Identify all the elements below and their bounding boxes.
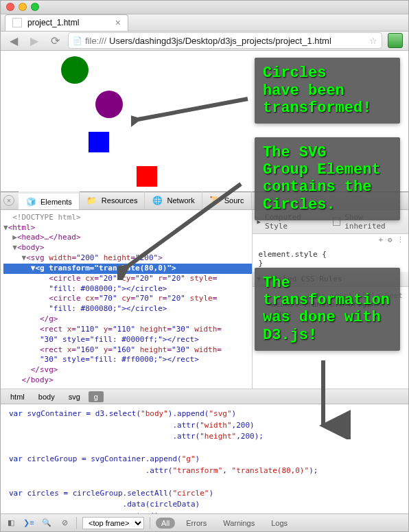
tab-close-button[interactable]: × bbox=[115, 17, 121, 28]
url-path: Users/dashingd3js/Desktop/d3js_projects/… bbox=[109, 36, 331, 46]
dom-line[interactable]: "fill: #008000;"></circle> bbox=[3, 284, 252, 294]
window-close-button[interactable] bbox=[6, 3, 14, 11]
folder-icon: 📁 bbox=[86, 195, 97, 206]
clear-button[interactable]: ⊘ bbox=[58, 517, 71, 529]
dom-line[interactable]: <rect x="110" y="110" height="30" width= bbox=[3, 325, 252, 335]
address-bar[interactable]: 📄 file:///Users/dashingd3js/Desktop/d3js… bbox=[68, 32, 382, 49]
file-icon: 📄 bbox=[73, 36, 82, 45]
tab-elements[interactable]: 🧊Elements bbox=[19, 192, 80, 209]
console-line bbox=[9, 476, 400, 488]
devtools-close-button[interactable]: × bbox=[3, 195, 14, 206]
dom-line[interactable]: </svg> bbox=[3, 365, 252, 375]
dom-line[interactable]: "30" style="fill: #ff0000;"></rect> bbox=[3, 355, 252, 365]
dom-line[interactable]: <circle cx="70" cy="70" r="20" style= bbox=[3, 294, 252, 304]
console-line: .data(circleData) bbox=[9, 499, 400, 511]
dom-line[interactable]: <rect x="160" y="160" height="30" width= bbox=[3, 345, 252, 356]
back-button[interactable]: ◀ bbox=[6, 33, 21, 48]
styles-toolbar: + ⚙ ⋮ bbox=[253, 234, 408, 246]
url-scheme: file:/// bbox=[85, 36, 106, 46]
file-icon bbox=[12, 18, 22, 27]
annotation-text-2: The SVG Group Element contains the Circl… bbox=[263, 144, 381, 213]
tab-label: Elements bbox=[40, 198, 72, 206]
window-titlebar bbox=[1, 1, 408, 14]
filter-all[interactable]: All bbox=[156, 518, 175, 529]
green-circle bbox=[61, 56, 89, 84]
tab-strip: project_1.html × bbox=[1, 14, 408, 32]
rule-brace: } bbox=[258, 259, 403, 268]
annotation-text-3: The transformation was done with D3.js! bbox=[263, 275, 390, 344]
console-toggle-button[interactable]: ❯≡ bbox=[23, 517, 35, 529]
annotation-arrow-3 bbox=[296, 357, 351, 439]
svg-line-1 bbox=[128, 184, 241, 266]
annotation-box-2: The SVG Group Element contains the Circl… bbox=[255, 137, 400, 220]
forward-button[interactable]: ▶ bbox=[27, 33, 42, 48]
dom-line[interactable]: </g> bbox=[3, 314, 252, 325]
window-minimize-button[interactable] bbox=[19, 3, 27, 11]
cube-icon: 🧊 bbox=[25, 196, 36, 207]
filter-logs[interactable]: Logs bbox=[266, 518, 293, 529]
annotation-text-1: Circles have been transformed! bbox=[263, 65, 371, 117]
reload-button[interactable]: ⟳ bbox=[47, 33, 62, 48]
bookmark-icon[interactable]: ☆ bbox=[369, 36, 377, 46]
toolbar: ◀ ▶ ⟳ 📄 file:///Users/dashingd3js/Deskto… bbox=[1, 32, 408, 51]
crumb-g[interactable]: g bbox=[89, 391, 104, 402]
console-line: .attr("transform", "translate(80,0)"); bbox=[9, 465, 400, 477]
extension-button[interactable] bbox=[388, 33, 403, 48]
devtools-panel: The SVG Group Element contains the Circl… bbox=[1, 192, 408, 531]
annotation-arrow-2 bbox=[117, 177, 248, 280]
annotation-arrow-1 bbox=[131, 92, 255, 133]
filter-errors[interactable]: Errors bbox=[180, 518, 212, 529]
browser-window: project_1.html × ◀ ▶ ⟳ 📄 file:///Users/d… bbox=[0, 0, 409, 532]
frame-selector[interactable]: <top frame> bbox=[82, 517, 144, 529]
crumb-body[interactable]: body bbox=[33, 391, 60, 402]
console-line: var circleGroup = svgContainer.append("g… bbox=[9, 454, 400, 465]
rule-selector: element.style { bbox=[258, 250, 403, 259]
dom-line[interactable]: </body> bbox=[3, 375, 252, 386]
console-line bbox=[9, 443, 400, 454]
annotation-box-3: The transformation was done with D3.js! bbox=[255, 268, 400, 351]
search-button[interactable]: 🔍 bbox=[40, 517, 53, 529]
window-zoom-button[interactable] bbox=[31, 3, 39, 11]
dom-line[interactable]: "fill: #800080;"></circle> bbox=[3, 304, 252, 314]
console-line: var circles = circleGroup.selectAll("cir… bbox=[9, 488, 400, 500]
blue-rect bbox=[89, 132, 109, 152]
browser-tab[interactable]: project_1.html × bbox=[5, 14, 128, 31]
svg-line-0 bbox=[138, 99, 248, 119]
tab-title: project_1.html bbox=[27, 18, 79, 27]
dock-button[interactable]: ◧ bbox=[5, 517, 17, 529]
annotation-box-1: Circles have been transformed! bbox=[255, 58, 400, 124]
filter-warnings[interactable]: Warnings bbox=[218, 518, 260, 529]
purple-circle bbox=[95, 91, 123, 118]
dom-line[interactable]: "30" style="fill: #0000ff;"></rect> bbox=[3, 335, 252, 345]
crumb-svg[interactable]: svg bbox=[63, 391, 86, 402]
crumb-html[interactable]: html bbox=[5, 391, 30, 402]
devtools-bottombar: ◧ ❯≡ 🔍 ⊘ <top frame> All Errors Warnings… bbox=[1, 513, 408, 531]
